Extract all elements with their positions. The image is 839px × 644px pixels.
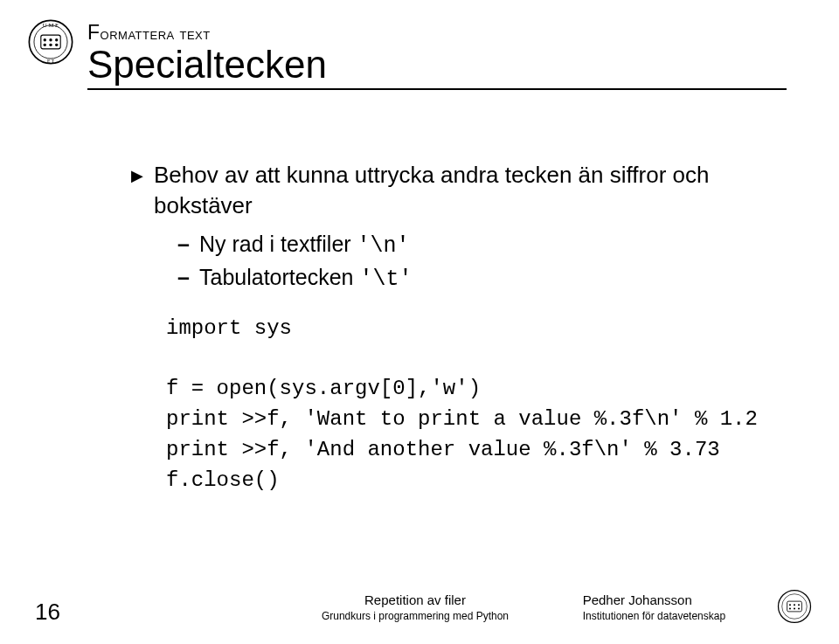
page-title: Specialtecken: [87, 45, 787, 85]
svg-point-18: [794, 607, 795, 609]
footer-center-title: Repetition av filer: [300, 592, 530, 609]
svg-point-11: [779, 591, 811, 623]
content-area: ▶ Behov av att kunna uttrycka andra teck…: [131, 160, 787, 495]
sub-bullet-1: – Ny rad i textfiler '\n': [177, 230, 787, 261]
code-line: f = open(sys.argv[0],'w'): [166, 377, 481, 400]
slide: U M E E T Formattera text Specialtecken …: [0, 0, 839, 644]
footer-author-dept: Institutionen för datavetenskap: [583, 609, 760, 623]
code-line: f.close(): [166, 468, 280, 492]
svg-point-19: [798, 607, 800, 609]
sub1-text: Ny rad i textfiler: [199, 232, 357, 256]
svg-rect-4: [41, 35, 60, 49]
footer-author-name: Pedher Johansson: [583, 592, 760, 609]
university-seal-icon: [776, 588, 813, 625]
svg-point-16: [798, 604, 800, 606]
svg-point-9: [49, 44, 52, 46]
code-line: import sys: [166, 316, 292, 340]
sub-bullet-2: – Tabulatortecken '\t': [177, 263, 787, 294]
footer: 16 Repetition av filer Grundkurs i progr…: [0, 574, 839, 623]
svg-point-15: [794, 604, 795, 606]
svg-point-5: [44, 38, 46, 41]
code-line: print >>f, 'And another value %.3f\n' % …: [166, 438, 720, 461]
sub2-text: Tabulatortecken: [199, 265, 359, 289]
footer-author: Pedher Johansson Institutionen för datav…: [530, 592, 760, 623]
svg-text:E T: E T: [47, 59, 55, 64]
eyebrow-text: Formattera text: [87, 23, 787, 43]
svg-point-14: [789, 604, 791, 606]
footer-center: Repetition av filer Grundkurs i programm…: [300, 592, 530, 623]
svg-point-12: [782, 594, 808, 620]
svg-rect-13: [787, 601, 802, 612]
title-rule: [87, 88, 787, 90]
bullet-main-text: Behov av att kunna uttrycka andra tecken…: [154, 160, 787, 221]
svg-point-10: [55, 44, 58, 46]
header: Formattera text Specialtecken: [87, 23, 787, 90]
code-line: print >>f, 'Want to print a value %.3f\n…: [166, 407, 758, 431]
footer-center-sub: Grundkurs i programmering med Python: [300, 609, 530, 623]
svg-point-7: [55, 38, 58, 41]
page-number: 16: [0, 600, 70, 623]
sub2-code: '\t': [359, 267, 412, 292]
university-seal-icon: U M E E T: [26, 17, 75, 66]
bullet-main: ▶ Behov av att kunna uttrycka andra teck…: [131, 160, 787, 221]
sub1-code: '\n': [357, 233, 410, 259]
triangle-bullet-icon: ▶: [131, 160, 143, 221]
dash-icon: –: [177, 230, 191, 261]
svg-point-8: [44, 44, 46, 46]
svg-point-1: [34, 25, 67, 59]
svg-point-6: [49, 38, 52, 41]
dash-icon: –: [177, 263, 191, 294]
sublist: – Ny rad i textfiler '\n' – Tabulatortec…: [177, 230, 787, 294]
svg-text:U M E: U M E: [43, 22, 59, 28]
code-block: import sys f = open(sys.argv[0],'w') pri…: [166, 314, 787, 496]
svg-point-17: [789, 607, 791, 609]
